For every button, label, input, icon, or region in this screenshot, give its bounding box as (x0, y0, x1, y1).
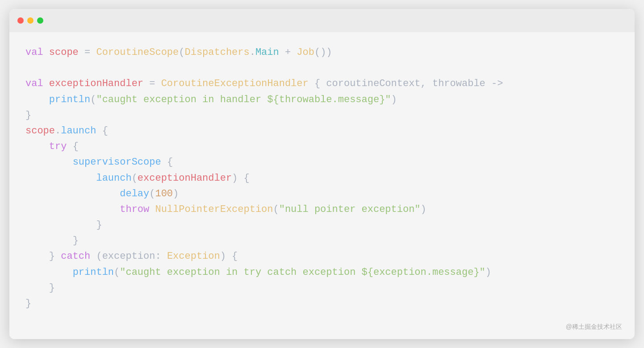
maximize-button[interactable] (37, 17, 43, 24)
minimize-button[interactable] (27, 17, 33, 24)
code-block: val scope = CoroutineScope(Dispatchers.M… (25, 45, 619, 311)
window: val scope = CoroutineScope(Dispatchers.M… (9, 9, 635, 339)
code-area: val scope = CoroutineScope(Dispatchers.M… (9, 32, 635, 339)
watermark: @稀土掘金技术社区 (566, 323, 622, 331)
title-bar (9, 9, 635, 32)
close-button[interactable] (17, 17, 24, 24)
